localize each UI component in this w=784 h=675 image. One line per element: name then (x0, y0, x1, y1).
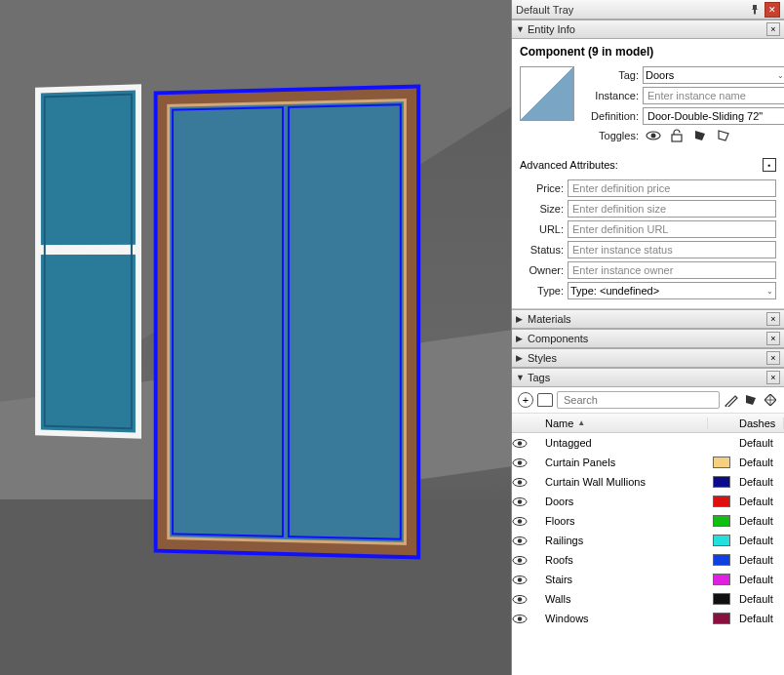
owner-input[interactable] (568, 261, 776, 279)
visibility-eye-icon[interactable] (512, 496, 541, 507)
definition-input[interactable] (643, 107, 784, 125)
tag-name-label: Windows (541, 613, 708, 624)
pin-icon[interactable] (747, 2, 763, 18)
components-header[interactable]: ▶ Components × (512, 329, 784, 348)
tag-dashes-value[interactable]: Default (735, 437, 784, 449)
visibility-eye-icon[interactable] (512, 594, 541, 605)
panel-close-icon[interactable]: × (766, 22, 780, 36)
tag-color-swatch[interactable] (708, 515, 735, 527)
tag-dashes-value[interactable]: Default (735, 476, 784, 488)
default-tray: Default Tray ✕ ▼ Entity Info × Component… (511, 0, 784, 675)
tag-name-label: Floors (541, 515, 708, 527)
door-frame (167, 99, 407, 545)
tags-search-input[interactable] (557, 391, 720, 409)
tag-row[interactable]: RailingsDefault (512, 531, 784, 550)
price-label: Price: (520, 182, 564, 194)
visibility-eye-icon[interactable] (512, 555, 541, 566)
add-folder-icon[interactable] (537, 393, 553, 407)
tag-select[interactable]: Doors ⌄ (643, 66, 784, 84)
materials-header[interactable]: ▶ Materials × (512, 309, 784, 329)
tags-list[interactable]: UntaggedDefaultCurtain PanelsDefaultCurt… (512, 433, 784, 675)
tag-name-label: Stairs (541, 574, 708, 585)
svg-point-12 (518, 519, 522, 523)
window-component[interactable] (35, 84, 141, 438)
tags-column-headers[interactable]: Name ▲ Dashes (512, 414, 784, 433)
tag-row[interactable]: StairsDefault (512, 570, 784, 589)
component-thumbnail[interactable] (520, 66, 574, 121)
url-input[interactable] (568, 220, 776, 238)
tag-color-swatch[interactable] (708, 535, 735, 546)
tag-color-swatch[interactable] (708, 613, 735, 624)
status-input[interactable] (568, 241, 776, 258)
color-by-tag-icon[interactable] (724, 392, 739, 408)
visibility-eye-icon[interactable] (512, 438, 541, 449)
visibility-eye-icon[interactable] (512, 457, 541, 468)
tag-row[interactable]: WindowsDefault (512, 609, 784, 628)
visibility-toggle-icon[interactable] (645, 128, 662, 143)
svg-point-20 (518, 597, 522, 601)
tag-row[interactable]: Curtain PanelsDefault (512, 453, 784, 472)
tag-dashes-value[interactable]: Default (735, 515, 784, 527)
door-component-selected[interactable] (154, 85, 421, 560)
type-select[interactable]: Type: <undefined> ⌄ (568, 282, 776, 299)
component-summary: Component (9 in model) (520, 45, 776, 59)
tag-color-swatch[interactable] (708, 476, 735, 488)
panel-close-icon[interactable]: × (766, 312, 780, 326)
entity-info-header[interactable]: ▼ Entity Info × (512, 20, 784, 39)
tag-name-label: Doors (541, 496, 708, 507)
tag-row[interactable]: Curtain Wall MullionsDefault (512, 472, 784, 492)
instance-input[interactable] (643, 87, 784, 104)
status-label: Status: (520, 244, 564, 256)
tag-row[interactable]: UntaggedDefault (512, 433, 784, 453)
styles-header[interactable]: ▶ Styles × (512, 348, 784, 368)
size-input[interactable] (568, 200, 776, 218)
visibility-eye-icon[interactable] (512, 575, 541, 585)
tags-toolbar: + (512, 387, 784, 414)
panel-close-icon[interactable]: × (766, 351, 780, 365)
tray-titlebar[interactable]: Default Tray ✕ (512, 0, 784, 20)
visibility-eye-icon[interactable] (512, 477, 541, 488)
components-label: Components (528, 333, 766, 344)
viewport-3d[interactable] (0, 0, 511, 675)
expand-arrow-icon: ▶ (516, 314, 528, 324)
tag-color-swatch[interactable] (708, 574, 735, 585)
collapse-arrow-icon: ▼ (516, 373, 528, 382)
visibility-eye-icon[interactable] (512, 516, 541, 527)
close-icon[interactable]: ✕ (764, 2, 780, 18)
door-panel-left (172, 106, 283, 537)
tag-color-swatch[interactable] (708, 593, 735, 605)
lock-toggle-icon[interactable] (668, 128, 686, 143)
details-icon[interactable] (763, 392, 778, 408)
panel-close-icon[interactable]: × (766, 371, 780, 384)
add-tag-icon[interactable]: + (518, 392, 533, 408)
tag-row[interactable]: WallsDefault (512, 589, 784, 609)
purge-icon[interactable] (743, 392, 759, 408)
tag-row[interactable]: RoofsDefault (512, 550, 784, 570)
tag-dashes-value[interactable]: Default (735, 457, 784, 468)
visibility-eye-icon[interactable] (512, 614, 541, 624)
tag-row[interactable]: FloorsDefault (512, 511, 784, 531)
visibility-eye-icon[interactable] (512, 536, 541, 546)
tag-row[interactable]: DoorsDefault (512, 492, 784, 511)
tag-dashes-value[interactable]: Default (735, 554, 784, 566)
tag-color-swatch[interactable] (708, 457, 735, 468)
shadow-cast-icon[interactable] (715, 128, 732, 143)
url-label: URL: (520, 223, 564, 235)
tag-name-label: Curtain Wall Mullions (541, 476, 708, 488)
tag-dashes-value[interactable]: Default (735, 574, 784, 585)
name-column[interactable]: Name ▲ (541, 417, 708, 429)
tags-header[interactable]: ▼ Tags × (512, 368, 784, 387)
tag-color-swatch[interactable] (708, 496, 735, 507)
shadow-receive-icon[interactable] (691, 128, 709, 143)
tag-dashes-value[interactable]: Default (735, 613, 784, 624)
tag-color-swatch[interactable] (708, 554, 735, 566)
advanced-collapse-icon[interactable]: ▪ (763, 158, 776, 172)
price-input[interactable] (568, 179, 776, 197)
dashes-column[interactable]: Dashes (735, 417, 784, 429)
tag-dashes-value[interactable]: Default (735, 496, 784, 507)
tag-dashes-value[interactable]: Default (735, 593, 784, 605)
tag-dashes-value[interactable]: Default (735, 535, 784, 546)
scene (0, 0, 511, 675)
tag-value: Doors (646, 69, 674, 81)
panel-close-icon[interactable]: × (766, 332, 780, 345)
